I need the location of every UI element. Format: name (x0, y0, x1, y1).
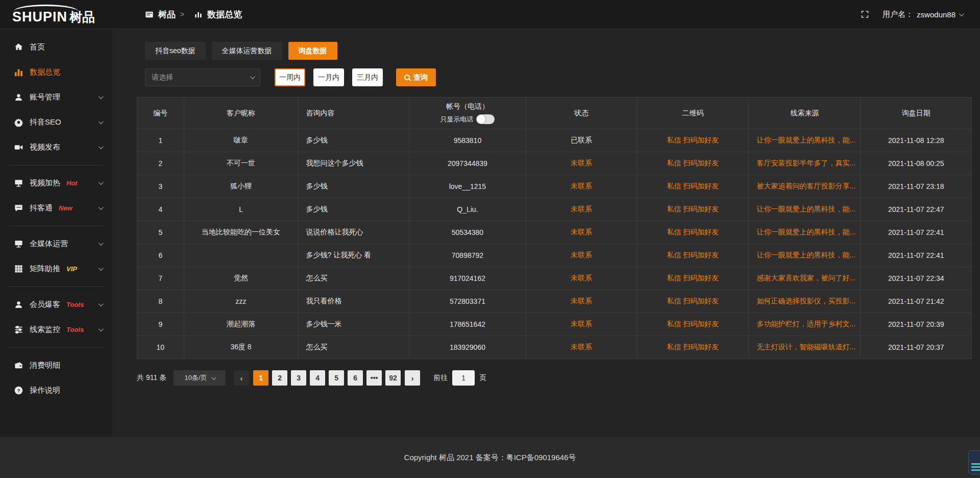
cell-date: 2021-11-08 00:25 (861, 152, 972, 175)
sidebar-item-wallet[interactable]: 消费明细 (0, 353, 112, 378)
tab-0[interactable]: 抖音seo数据 (145, 42, 206, 60)
sidebar-item-gear[interactable]: 抖音SEO (0, 110, 112, 135)
tab-2[interactable]: 询盘数据 (288, 42, 337, 60)
page-button-6[interactable]: 6 (348, 370, 363, 386)
cell-content: 怎么买 (298, 336, 409, 359)
cell-date: 2021-11-07 23:18 (861, 175, 972, 198)
sidebar-item-sliders[interactable]: 线索监控Tools (0, 317, 112, 342)
cell-account: love__1215 (409, 175, 526, 198)
table-row: 8zzz我只看价格572803371未联系私信 扫码加好友如何正确选择投影仪，买… (137, 290, 972, 313)
cell-date: 2021-11-07 22:34 (861, 267, 972, 290)
cell-qrcode-link[interactable]: 私信 扫码加好友 (637, 129, 749, 152)
sidebar-item-chat[interactable]: 抖客通New (0, 196, 112, 221)
cell-qrcode-link[interactable]: 私信 扫码加好友 (637, 175, 749, 198)
cell-date: 2021-11-07 21:42 (861, 290, 972, 313)
cell-source-link[interactable]: 无主灯设计，智能磁吸轨道灯... (749, 336, 861, 359)
sidebar-item-help[interactable]: ?操作说明 (0, 378, 112, 403)
cell-id: 9 (137, 313, 184, 336)
prev-page-button[interactable]: ‹ (234, 370, 249, 386)
cell-qrcode-link[interactable]: 私信 扫码加好友 (637, 198, 749, 221)
top-bar: SHUPIN树品 树品 > 数据总览 用户名：zswodun88 (0, 0, 980, 29)
cell-source-link[interactable]: 被大家追着问的客厅投影分享... (749, 175, 861, 198)
cell-source-link[interactable]: 多功能护栏灯，适用于乡村文... (749, 313, 861, 336)
cell-source-link[interactable]: 如何正确选择投影仪，买投影... (749, 290, 861, 313)
table-header-row: 编号 客户昵称 咨询内容 帐号（电话） 只显示电话 (137, 98, 972, 129)
page-button-3[interactable]: 3 (291, 370, 306, 386)
page-button-1[interactable]: 1 (253, 370, 268, 386)
cell-qrcode-link[interactable]: 私信 扫码加好友 (637, 267, 749, 290)
sidebar-item-chart[interactable]: 数据总览 (0, 60, 112, 85)
cell-nickname (184, 244, 298, 267)
sidebar-item-grid[interactable]: 矩阵助推VIP (0, 256, 112, 281)
breadcrumb: 树品 > 数据总览 (145, 9, 242, 20)
chevron-down-icon (99, 144, 104, 149)
search-button[interactable]: 查询 (396, 68, 436, 86)
chevron-down-icon (250, 74, 255, 79)
cell-status: 未联系 (526, 290, 636, 313)
cell-qrcode-link[interactable]: 私信 扫码加好友 (637, 152, 749, 175)
cell-qrcode-link[interactable]: 私信 扫码加好友 (637, 290, 749, 313)
sidebar-item-member[interactable]: 会员爆客Tools (0, 292, 112, 317)
phone-only-toggle[interactable] (476, 114, 495, 124)
cell-nickname: L (184, 198, 298, 221)
chevron-down-icon (99, 241, 104, 246)
search-icon (404, 75, 410, 80)
wallet-icon (14, 361, 23, 370)
username-value: zswodun88 (917, 10, 955, 19)
page-ellipsis-button[interactable]: ••• (366, 370, 382, 386)
chevron-down-icon (99, 119, 104, 124)
breadcrumb-current: 数据总览 (207, 9, 242, 20)
app-icon (145, 11, 154, 18)
cell-nickname: zzz (184, 290, 298, 313)
sidebar-item-label: 抖音SEO (30, 117, 61, 127)
page-button-5[interactable]: 5 (329, 370, 344, 386)
cell-nickname: 36度 8 (184, 336, 298, 359)
corner-widget-icon[interactable] (968, 450, 980, 474)
cell-qrcode-link[interactable]: 私信 扫码加好友 (637, 221, 749, 244)
cell-id: 4 (137, 198, 184, 221)
sidebar-item-user[interactable]: 账号管理 (0, 85, 112, 110)
cell-source-link[interactable]: 让你一眼就爱上的黑科技，能... (749, 221, 861, 244)
user-menu[interactable]: 用户名：zswodun88 (883, 10, 963, 19)
chevron-down-icon (211, 375, 216, 380)
cell-date: 2021-11-07 20:39 (861, 313, 972, 336)
cell-source-link[interactable]: 感谢大家喜欢我家，被问了好... (749, 267, 861, 290)
sidebar-item-camera[interactable]: 视频发布 (0, 135, 112, 160)
sidebar-item-monitor[interactable]: 全媒体运营 (0, 231, 112, 256)
cell-id: 3 (137, 175, 184, 198)
sidebar-item-home[interactable]: 首页 (0, 35, 112, 60)
breadcrumb-root[interactable]: 树品 (158, 9, 176, 20)
cell-account: 70898792 (409, 244, 526, 267)
goto-page-input[interactable] (452, 370, 475, 386)
page-button-2[interactable]: 2 (272, 370, 287, 386)
fullscreen-icon[interactable] (861, 10, 869, 18)
sidebar-item-label: 视频发布 (30, 142, 60, 152)
cell-source-link[interactable]: 让你一眼就爱上的黑科技，能... (749, 198, 861, 221)
logo: SHUPIN树品 (0, 4, 112, 26)
cell-qrcode-link[interactable]: 私信 扫码加好友 (637, 313, 749, 336)
svg-text:?: ? (17, 388, 20, 393)
cell-qrcode-link[interactable]: 私信 扫码加好友 (637, 244, 749, 267)
range-button-1[interactable]: 一月内 (313, 68, 344, 86)
cell-source-link[interactable]: 客厅安装投影半年多了，真实... (749, 152, 861, 175)
cell-account: 9583810 (409, 129, 526, 152)
sidebar-item-screen[interactable]: 视频加热Hot (0, 171, 112, 196)
cell-account: 178651642 (409, 313, 526, 336)
page-size-select[interactable]: 10条/页 (174, 370, 226, 386)
range-button-2[interactable]: 三月内 (352, 68, 383, 86)
filter-select[interactable]: 请选择 (145, 68, 260, 86)
table-row: 1036度 8怎么买183929060未联系私信 扫码加好友无主灯设计，智能磁吸… (137, 336, 972, 359)
cell-qrcode-link[interactable]: 私信 扫码加好友 (637, 336, 749, 359)
cell-id: 8 (137, 290, 184, 313)
cell-nickname: 不可一世 (184, 152, 298, 175)
next-page-button[interactable]: › (405, 370, 420, 386)
range-button-0[interactable]: 一周内 (275, 68, 305, 86)
cell-source-link[interactable]: 让你一眼就爱上的黑科技，能... (749, 129, 861, 152)
page-button-92[interactable]: 92 (385, 370, 401, 386)
cell-nickname: 当地比较能吃的一位美女 (184, 221, 298, 244)
cell-source-link[interactable]: 让你一眼就爱上的黑科技，能... (749, 244, 861, 267)
tab-1[interactable]: 全媒体运营数据 (212, 42, 282, 60)
grid-icon (14, 265, 23, 273)
screen-icon (14, 179, 23, 187)
page-button-4[interactable]: 4 (310, 370, 325, 386)
